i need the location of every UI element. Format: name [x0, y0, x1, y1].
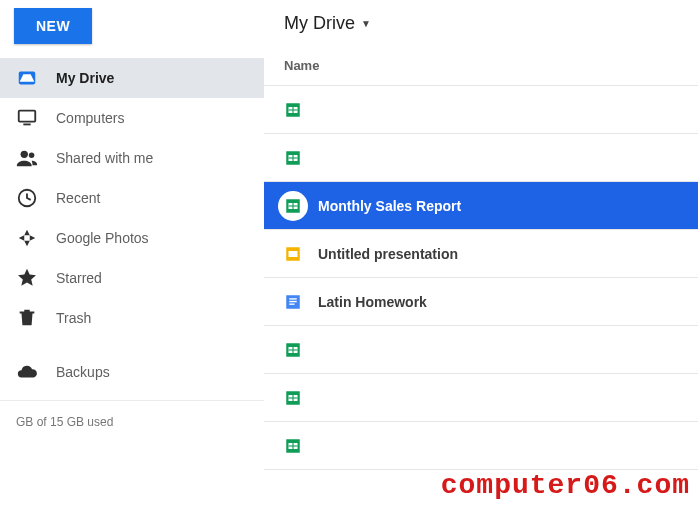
file-row[interactable] [264, 374, 698, 422]
sidebar-item-my-drive[interactable]: My Drive [0, 58, 264, 98]
svg-rect-23 [289, 300, 297, 301]
sheet-file-icon [284, 149, 318, 167]
svg-rect-22 [289, 298, 297, 299]
new-button[interactable]: NEW [14, 8, 92, 44]
file-name: Latin Homework [318, 294, 427, 310]
storage-usage: GB of 15 GB used [0, 400, 264, 429]
slides-file-icon [284, 245, 318, 263]
svg-point-5 [29, 153, 35, 159]
file-row[interactable] [264, 326, 698, 374]
sidebar-nav: My DriveComputersShared with meRecentGoo… [0, 58, 264, 392]
photos-icon [16, 227, 56, 249]
breadcrumb-title: My Drive [284, 13, 355, 34]
drive-icon [16, 67, 56, 89]
sidebar: NEW My DriveComputersShared with meRecen… [0, 0, 264, 509]
svg-rect-24 [289, 303, 294, 304]
file-row[interactable] [264, 86, 698, 134]
sidebar-item-photos[interactable]: Google Photos [0, 218, 264, 258]
clock-icon [16, 187, 56, 209]
svg-rect-3 [23, 124, 30, 126]
sheet-file-icon [284, 389, 318, 407]
svg-rect-2 [19, 111, 36, 122]
file-row[interactable] [264, 134, 698, 182]
sidebar-item-computers[interactable]: Computers [0, 98, 264, 138]
doc-file-icon [284, 293, 318, 311]
sheet-file-icon [278, 191, 308, 221]
main-panel: My Drive ▼ Name Monthly Sales ReportUnti… [264, 0, 698, 509]
sheet-file-icon [284, 341, 318, 359]
trash-icon [16, 307, 56, 329]
sidebar-item-label: My Drive [56, 70, 114, 86]
file-list: Monthly Sales ReportUntitled presentatio… [264, 86, 698, 509]
breadcrumb[interactable]: My Drive ▼ [264, 0, 698, 46]
sidebar-item-label: Shared with me [56, 150, 153, 166]
file-row[interactable] [264, 422, 698, 470]
sidebar-item-label: Computers [56, 110, 124, 126]
sidebar-item-backups[interactable]: Backups [0, 352, 264, 392]
file-row[interactable]: Latin Homework [264, 278, 698, 326]
sidebar-item-label: Trash [56, 310, 91, 326]
file-name: Monthly Sales Report [318, 198, 461, 214]
people-icon [16, 147, 56, 169]
sidebar-item-shared[interactable]: Shared with me [0, 138, 264, 178]
column-header-name[interactable]: Name [264, 46, 698, 86]
dropdown-caret-icon: ▼ [361, 18, 371, 29]
svg-rect-20 [289, 251, 298, 257]
svg-point-4 [21, 151, 28, 158]
sidebar-item-label: Starred [56, 270, 102, 286]
sidebar-item-recent[interactable]: Recent [0, 178, 264, 218]
file-row[interactable]: Monthly Sales Report [264, 182, 698, 230]
star-icon [16, 267, 56, 289]
sidebar-item-starred[interactable]: Starred [0, 258, 264, 298]
sidebar-item-label: Backups [56, 364, 110, 380]
sidebar-item-label: Google Photos [56, 230, 149, 246]
computer-icon [16, 107, 56, 129]
sidebar-item-label: Recent [56, 190, 100, 206]
sidebar-item-trash[interactable]: Trash [0, 298, 264, 338]
file-row[interactable]: Untitled presentation [264, 230, 698, 278]
file-name: Untitled presentation [318, 246, 458, 262]
sheet-file-icon [284, 437, 318, 455]
sheet-file-icon [284, 101, 318, 119]
cloud-icon [16, 361, 56, 383]
